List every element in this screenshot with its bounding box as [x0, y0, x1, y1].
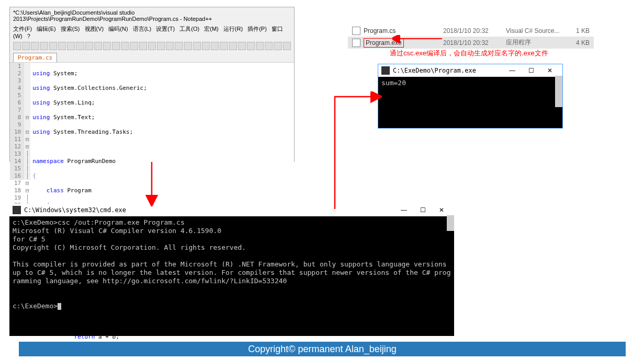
menu-bar[interactable]: 文件(F) 编辑(E) 搜索(S) 视图(V) 编码(N) 语言(L) 设置(T… — [10, 24, 294, 40]
cut-icon[interactable] — [76, 42, 84, 50]
save-macro-icon[interactable] — [283, 42, 291, 50]
play-multi-icon[interactable] — [274, 42, 281, 50]
indent-guide-icon[interactable] — [193, 42, 201, 50]
userlang-icon[interactable] — [202, 42, 210, 50]
menu-language[interactable]: 语言(L) — [133, 26, 151, 32]
tab-program-cs[interactable]: Program.cs — [13, 53, 57, 62]
monitor-icon[interactable] — [238, 42, 246, 50]
new-file-icon[interactable] — [13, 42, 21, 50]
console-title: C:\Windows\system32\cmd.exe — [24, 206, 394, 214]
file-size: 1 KB — [569, 27, 590, 34]
file-name: Program.cs — [364, 27, 443, 34]
maximize-button[interactable]: ☐ — [413, 206, 432, 214]
menu-tools[interactable]: 工具(O) — [179, 26, 199, 32]
sync-h-icon[interactable] — [166, 42, 174, 50]
file-type: Visual C# Source... — [506, 27, 569, 34]
file-row[interactable]: Program.exe 2018/1/10 20:32 应用程序 4 KB — [348, 37, 594, 49]
play-icon[interactable] — [265, 42, 273, 50]
record-icon[interactable] — [247, 42, 255, 50]
func-list-icon[interactable] — [220, 42, 228, 50]
scrollbar[interactable] — [447, 215, 454, 231]
program-exe-console: C:\ExeDemo\Program.exe — ☐ ✕ sum=20 — [378, 64, 563, 129]
minimize-button[interactable]: — — [394, 206, 413, 214]
cmd-icon — [13, 206, 21, 214]
zoom-out-icon[interactable] — [148, 42, 156, 50]
code-editor[interactable]: 123456789101112131415161718192021 ⊟ ⊟⊟⊟│… — [10, 62, 294, 180]
file-explorer-list: Program.cs 2018/1/10 20:32 Visual C# Sou… — [348, 25, 594, 49]
console-output[interactable]: sum=20 — [378, 77, 562, 127]
paste-icon[interactable] — [94, 42, 102, 50]
scrollbar[interactable] — [555, 76, 562, 107]
doc-map-icon[interactable] — [211, 42, 219, 50]
file-date: 2018/1/10 20:32 — [443, 27, 506, 34]
menu-run[interactable]: 运行(R) — [223, 26, 243, 32]
tab-bar: Program.cs — [10, 52, 294, 62]
folder-icon[interactable] — [229, 42, 237, 50]
stop-record-icon[interactable] — [256, 42, 264, 50]
close-icon[interactable] — [49, 42, 57, 50]
file-size: 4 KB — [569, 39, 590, 47]
exe-file-icon — [352, 39, 360, 47]
copy-icon[interactable] — [85, 42, 93, 50]
menu-help[interactable]: ? — [27, 33, 30, 39]
sync-v-icon[interactable] — [157, 42, 165, 50]
line-gutter: 123456789101112131415161718192021 — [10, 63, 24, 180]
close-all-icon[interactable] — [58, 42, 66, 50]
cmd-console: C:\Windows\system32\cmd.exe — ☐ ✕ c:\Exe… — [9, 204, 454, 336]
app-icon — [381, 66, 390, 75]
menu-file[interactable]: 文件(F) — [13, 26, 32, 32]
menu-settings[interactable]: 设置(T) — [156, 26, 175, 32]
close-button[interactable]: ✕ — [540, 67, 559, 74]
titlebar[interactable]: C:\ExeDemo\Program.exe — ☐ ✕ — [378, 64, 562, 77]
save-icon[interactable] — [31, 42, 39, 50]
menu-edit[interactable]: 编辑(E) — [37, 26, 56, 32]
save-all-icon[interactable] — [40, 42, 48, 50]
replace-icon[interactable] — [130, 42, 138, 50]
file-type: 应用程序 — [506, 38, 569, 47]
redo-icon[interactable] — [112, 42, 120, 50]
file-name: Program.exe — [364, 39, 443, 47]
close-button[interactable]: ✕ — [432, 206, 451, 214]
minimize-button[interactable]: — — [503, 67, 522, 74]
arrow-cmd-to-exe — [330, 91, 382, 212]
window-title: *C:\Users\Alan_beijing\Documents\visual … — [10, 7, 294, 24]
cs-file-icon — [352, 27, 360, 35]
show-all-chars-icon[interactable] — [184, 42, 192, 50]
cursor — [58, 303, 61, 310]
file-row[interactable]: Program.cs 2018/1/10 20:32 Visual C# Sou… — [348, 25, 594, 37]
print-icon[interactable] — [67, 42, 75, 50]
maximize-button[interactable]: ☐ — [522, 67, 540, 74]
menu-search[interactable]: 搜索(S) — [61, 26, 80, 32]
toolbar — [10, 40, 294, 52]
find-icon[interactable] — [121, 42, 129, 50]
titlebar[interactable]: C:\Windows\system32\cmd.exe — ☐ ✕ — [9, 204, 454, 216]
zoom-in-icon[interactable] — [139, 42, 147, 50]
console-output[interactable]: c:\ExeDemo>csc /out:Program.exe Program.… — [9, 216, 454, 335]
footer-bar: Copyright© permanent Alan_beijing — [19, 342, 626, 356]
console-title: C:\ExeDemo\Program.exe — [393, 67, 503, 74]
menu-encoding[interactable]: 编码(N) — [108, 26, 128, 32]
notepad-plus-plus-window: *C:\Users\Alan_beijing\Documents\visual … — [9, 7, 295, 162]
menu-view[interactable]: 视图(V) — [85, 26, 104, 32]
file-date: 2018/1/10 20:32 — [443, 39, 506, 47]
undo-icon[interactable] — [103, 42, 111, 50]
menu-macro[interactable]: 宏(M) — [204, 26, 219, 32]
wrap-icon[interactable] — [175, 42, 183, 50]
code-body[interactable]: using System; using System.Collections.G… — [30, 63, 294, 180]
open-file-icon[interactable] — [22, 42, 30, 50]
menu-plugins[interactable]: 插件(P) — [247, 26, 267, 32]
annotation-text: 通过csc.exe编译后，会自动生成对应名字的.exe文件 — [390, 49, 548, 58]
fold-column[interactable]: ⊟ ⊟⊟⊟││││⊟⊟│││ — [24, 63, 30, 180]
